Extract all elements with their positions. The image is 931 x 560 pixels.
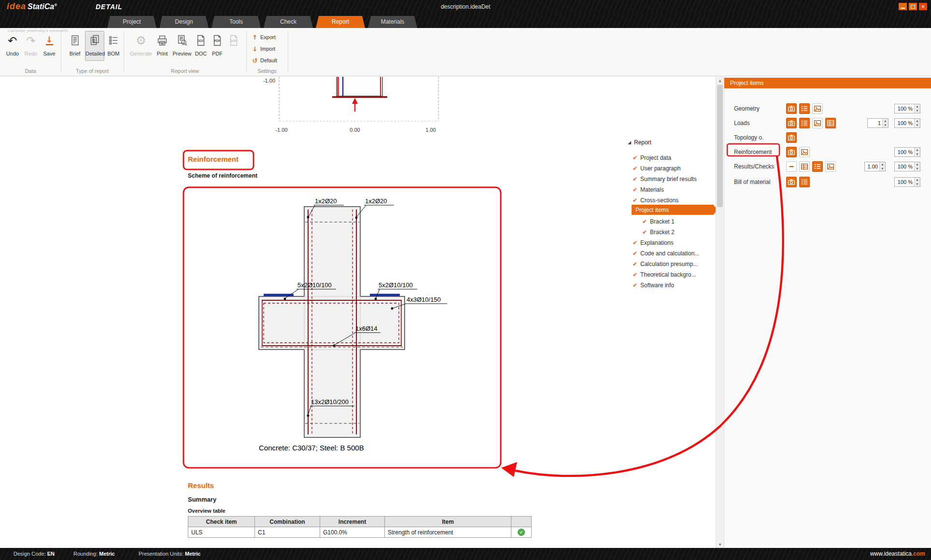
camera-icon-button[interactable] <box>786 177 797 187</box>
minimize-icon <box>901 8 905 9</box>
export-button[interactable]: ↑ Export <box>252 33 276 42</box>
list-icon-button[interactable] <box>799 118 810 128</box>
tree-item-theoretical-background[interactable]: ✔Theoretical backgro... <box>633 269 696 280</box>
panel-header: Project items <box>724 78 931 88</box>
count-spinner[interactable]: 1.00▲▼ <box>864 162 886 171</box>
minimize-button[interactable] <box>899 3 907 10</box>
spinner-down-icon[interactable]: ▼ <box>880 167 885 171</box>
undo-button[interactable]: ↶ Undo <box>4 31 21 61</box>
spinner-up-icon[interactable]: ▲ <box>915 162 920 167</box>
checked-icon[interactable]: ✔ <box>642 229 650 236</box>
spinner-up-icon[interactable]: ▲ <box>915 178 920 182</box>
scale-spinner[interactable]: 100 %▲▼ <box>894 147 920 157</box>
checked-icon[interactable]: ✔ <box>633 250 640 257</box>
tab-design[interactable]: Design <box>159 16 209 28</box>
spinner-up-icon[interactable]: ▲ <box>915 148 920 152</box>
list-icon-button[interactable] <box>799 103 810 114</box>
checked-icon[interactable]: ✔ <box>633 271 640 278</box>
tree-item-calculation-presumptions[interactable]: ✔Calculation presump... <box>633 259 698 269</box>
maximize-button[interactable] <box>909 3 917 10</box>
generate-button[interactable]: ⚙ Generate <box>129 31 153 61</box>
image-icon-button[interactable] <box>799 147 810 157</box>
app-window: ideaStatiCa® DETAIL description.ideaDet … <box>0 0 931 560</box>
camera-icon-button[interactable] <box>786 132 797 143</box>
scale-spinner[interactable]: 100 %▲▼ <box>894 177 920 187</box>
spinner-down-icon[interactable]: ▼ <box>915 109 920 113</box>
default-button[interactable]: ↺ Default <box>252 56 277 65</box>
checked-icon[interactable]: ✔ <box>633 239 640 246</box>
x-axis-tick: 1.00 <box>419 127 443 133</box>
close-button[interactable]: ✕ <box>919 3 927 10</box>
preview-button[interactable]: Preview <box>172 31 192 61</box>
count-spinner[interactable]: 1▲▼ <box>867 118 889 128</box>
tree-item-materials[interactable]: ✔Materials <box>633 184 664 195</box>
camera-icon-button[interactable] <box>786 147 797 157</box>
tree-root[interactable]: ◢ Report <box>628 139 651 146</box>
checked-icon[interactable]: ✔ <box>633 197 640 204</box>
import-button[interactable]: ↓ Import <box>252 44 275 53</box>
spinner-up-icon[interactable]: ▲ <box>915 119 920 123</box>
tree-expander-icon[interactable]: ◢ <box>628 140 631 145</box>
print-button[interactable]: Print <box>154 31 171 61</box>
doc-export-button[interactable]: DOC DOC <box>193 31 209 61</box>
titlebar: ideaStatiCa® DETAIL description.ideaDet … <box>0 0 931 14</box>
camera-icon-button[interactable] <box>786 118 797 128</box>
spinner-down-icon[interactable]: ▼ <box>915 123 920 127</box>
image-icon-button[interactable] <box>812 118 823 128</box>
detailed-button[interactable]: Detailed <box>85 31 104 61</box>
scale-spinner[interactable]: 100 %▲▼ <box>894 118 920 128</box>
dxf-export-button[interactable]: DXF <box>226 31 241 61</box>
tab-report[interactable]: Report <box>316 16 365 28</box>
tab-materials[interactable]: Materials <box>368 16 417 28</box>
group-label-data: Data <box>0 68 61 74</box>
tree-item-summary-brief-results[interactable]: ✔Summary brief results <box>633 174 697 184</box>
checked-icon[interactable]: ✔ <box>642 218 650 225</box>
save-button[interactable]: ↓ Save <box>41 31 58 61</box>
checked-icon[interactable]: ✔ <box>633 154 640 161</box>
grid-icon-button[interactable] <box>799 161 810 172</box>
checked-icon[interactable]: ✔ <box>633 186 640 193</box>
tree-item-bracket-2[interactable]: ✔Bracket 2 <box>642 227 675 238</box>
scroll-down-button[interactable]: ▼ <box>716 541 724 548</box>
bom-button[interactable]: BOM <box>105 31 122 61</box>
spinner-up-icon[interactable]: ▲ <box>883 119 888 123</box>
tree-item-bracket-1[interactable]: ✔Bracket 1 <box>642 216 675 227</box>
tree-item-user-paragraph[interactable]: ✔User paragraph <box>633 163 680 174</box>
spinner-up-icon[interactable]: ▲ <box>880 162 885 167</box>
scroll-up-button[interactable]: ▲ <box>716 77 724 84</box>
tab-tools[interactable]: Tools <box>212 16 261 28</box>
tree-item-project-data[interactable]: ✔Project data <box>633 153 671 163</box>
checked-icon[interactable]: ✔ <box>633 165 640 172</box>
list-icon-button[interactable] <box>812 161 823 172</box>
website-link[interactable]: www.ideastatica.com <box>870 548 925 560</box>
vertical-scrollbar[interactable]: ▲ ▼ <box>716 77 723 548</box>
image-icon-button[interactable] <box>812 103 823 114</box>
minus-icon-button[interactable] <box>786 161 797 172</box>
spinner-up-icon[interactable]: ▲ <box>915 104 920 109</box>
image-icon-button[interactable] <box>825 161 836 172</box>
checked-icon[interactable]: ✔ <box>633 176 640 182</box>
tree-item-explanations[interactable]: ✔Explanations <box>633 238 674 248</box>
spinner-down-icon[interactable]: ▼ <box>915 182 920 186</box>
scale-spinner[interactable]: 100 %▲▼ <box>894 162 920 171</box>
tab-project[interactable]: Project <box>107 16 156 28</box>
tree-item-software-info[interactable]: ✔Software info <box>633 280 674 291</box>
redo-button[interactable]: ↷ Redo <box>22 31 40 61</box>
grid-icon-button[interactable] <box>825 118 836 128</box>
tree-item-cross-sections[interactable]: ✔Cross-sections <box>633 195 678 206</box>
list-icon-button[interactable] <box>799 177 810 187</box>
spinner-down-icon[interactable]: ▼ <box>915 152 920 156</box>
col-header-status <box>511 517 532 527</box>
tab-check[interactable]: Check <box>264 16 313 28</box>
tree-item-code-and-calculation[interactable]: ✔Code and calculation... <box>633 248 699 259</box>
checked-icon[interactable]: ✔ <box>633 282 640 289</box>
scale-spinner[interactable]: 100 %▲▼ <box>894 104 920 113</box>
camera-icon-button[interactable] <box>786 103 797 114</box>
checked-icon[interactable]: ✔ <box>633 261 640 267</box>
spinner-down-icon[interactable]: ▼ <box>883 123 888 127</box>
scrollbar-thumb[interactable] <box>717 85 723 207</box>
brief-button[interactable]: Brief <box>66 31 84 61</box>
tree-item-project-items-selected[interactable]: Project items <box>632 205 718 215</box>
pdf-export-button[interactable]: PDF PDF <box>210 31 225 61</box>
spinner-down-icon[interactable]: ▼ <box>915 167 920 171</box>
